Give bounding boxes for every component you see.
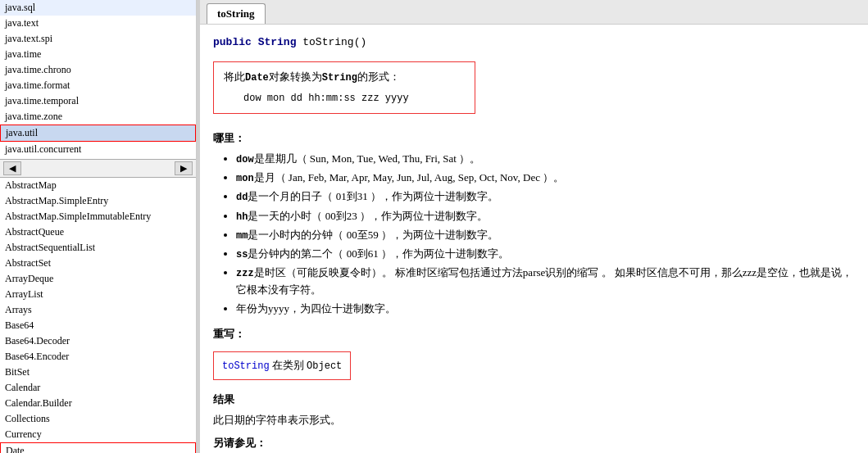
class-item[interactable]: Base64.Encoder: [0, 349, 196, 365]
bullet-item: zzz是时区（可能反映夏令时）。 标准时区缩写包括通过方法parse识别的缩写 …: [236, 265, 855, 299]
package-item[interactable]: java.time.temporal: [0, 93, 196, 109]
class-item[interactable]: AbstractMap.SimpleImmutableEntry: [0, 209, 196, 224]
desc-code2: String: [322, 72, 357, 84]
scroll-right-button[interactable]: ▶: [175, 161, 193, 175]
class-item[interactable]: ArrayDeque: [0, 271, 196, 287]
package-item[interactable]: java.sql: [0, 0, 196, 16]
packages-list[interactable]: java.sqljava.textjava.text.spijava.timej…: [0, 0, 196, 160]
left-panel: java.sqljava.textjava.text.spijava.timej…: [0, 0, 197, 453]
desc-middle: 对象转换为: [269, 70, 322, 83]
class-item[interactable]: Calendar: [0, 380, 196, 396]
desc-code1: Date: [245, 72, 269, 84]
tab-bar: toString: [200, 0, 868, 25]
bullets-list: dow是星期几（ Sun, Mon, Tue, Wed, Thu, Fri, S…: [213, 151, 855, 318]
bullet-item: ss是分钟内的第二个（ 00到61 ），作为两位十进制数字。: [236, 246, 855, 263]
package-item[interactable]: java.util: [0, 125, 196, 142]
class-item[interactable]: BitSet: [0, 365, 196, 380]
class-item[interactable]: Date: [0, 442, 196, 453]
bullet-item: 年份为yyyy，为四位十进制数字。: [236, 301, 855, 318]
overrides-text: 在类别: [272, 359, 307, 371]
right-panel: toString public String toString() 将此Date…: [200, 0, 868, 453]
package-item[interactable]: java.text.spi: [0, 31, 196, 47]
class-item[interactable]: Base64.Decoder: [0, 333, 196, 349]
description-box: 将此Date对象转换为String的形式： dow mon dd hh:mm:s…: [213, 61, 475, 114]
package-item[interactable]: java.time: [0, 47, 196, 62]
bullet-item: dow是星期几（ Sun, Mon, Tue, Wed, Thu, Fri, S…: [236, 151, 855, 168]
description-line1: 将此Date对象转换为String的形式：: [224, 69, 465, 86]
bullet-item: mm是一小时内的分钟（ 00至59 ），为两位十进制数字。: [236, 227, 855, 244]
package-item[interactable]: java.util.concurrent: [0, 142, 196, 157]
class-item[interactable]: AbstractMap: [0, 178, 196, 193]
overrides-link[interactable]: toString: [222, 360, 270, 372]
class-item[interactable]: Currency: [0, 427, 196, 442]
overrides-title: 重写：: [213, 326, 855, 343]
class-item[interactable]: Arrays: [0, 302, 196, 318]
package-item[interactable]: java.time.chrono: [0, 62, 196, 78]
overrides-section: 重写： toString 在类别 Object: [213, 326, 855, 385]
desc-prefix: 将此: [224, 70, 245, 83]
class-item[interactable]: AbstractSequentialList: [0, 240, 196, 256]
class-item[interactable]: ArrayList: [0, 287, 196, 302]
bullet-item: hh是一天的小时（ 00到23 ），作为两位十进制数字。: [236, 208, 855, 225]
bullet-item: dd是一个月的日子（ 01到31 ），作为两位十进制数字。: [236, 188, 855, 206]
method-signature: public String toString(): [213, 34, 855, 52]
see-also-section: 另请参见： toLocaleString() , toGMTString(): [213, 435, 855, 453]
class-item[interactable]: AbstractSet: [0, 256, 196, 271]
keyword-string: String: [258, 36, 297, 48]
class-item[interactable]: AbstractMap.SimpleEntry: [0, 193, 196, 209]
result-title: 结果: [213, 392, 855, 409]
result-section: 结果 此日期的字符串表示形式。: [213, 392, 855, 429]
package-item[interactable]: java.time.format: [0, 78, 196, 93]
format-line: dow mon dd hh:mm:ss zzz yyyy: [224, 91, 465, 106]
scroll-controls: ◀ ▶: [0, 160, 196, 178]
bullet-item: mon是月（ Jan, Feb, Mar, Apr, May, Jun, Jul…: [236, 170, 855, 187]
result-text: 此日期的字符串表示形式。: [213, 412, 855, 429]
where-title: 哪里：: [213, 130, 855, 147]
desc-suffix: 的形式：: [357, 70, 400, 83]
tab-tostring[interactable]: toString: [207, 3, 266, 24]
method-name: toString(): [302, 36, 366, 48]
overrides-box: toString 在类别 Object: [213, 351, 351, 380]
class-item[interactable]: Base64: [0, 318, 196, 333]
overrides-class: Object: [307, 360, 342, 372]
see-also-title: 另请参见：: [213, 435, 855, 452]
keyword-public: public: [213, 36, 252, 48]
class-item[interactable]: Calendar.Builder: [0, 396, 196, 411]
content-area: public String toString() 将此Date对象转换为Stri…: [200, 25, 868, 453]
classes-list[interactable]: AbstractMapAbstractMap.SimpleEntryAbstra…: [0, 178, 196, 453]
class-item[interactable]: Collections: [0, 411, 196, 427]
class-item[interactable]: AbstractQueue: [0, 224, 196, 240]
package-item[interactable]: java.time.zone: [0, 109, 196, 125]
scroll-left-button[interactable]: ◀: [3, 161, 21, 175]
package-item[interactable]: java.text: [0, 16, 196, 31]
